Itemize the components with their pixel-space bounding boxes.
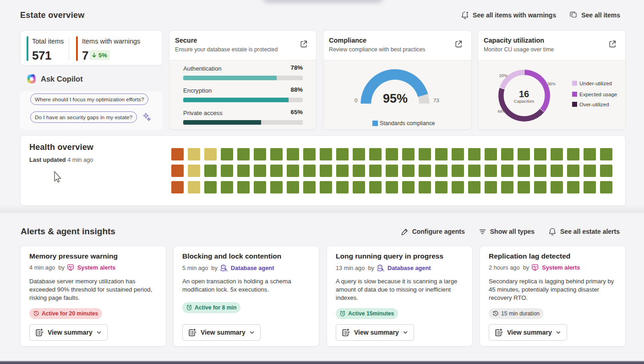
svg-text:Capacities: Capacities <box>514 99 535 104</box>
svg-text:36%: 36% <box>547 82 556 86</box>
svg-text:16: 16 <box>519 89 529 99</box>
svg-text:73: 73 <box>433 98 439 103</box>
svg-text:Standards compliance: Standards compliance <box>380 120 435 127</box>
svg-text:95%: 95% <box>383 92 408 105</box>
svg-text:Expected usage: Expected usage <box>579 92 617 97</box>
svg-text:Under-utilized: Under-utilized <box>579 81 612 86</box>
svg-text:44%: 44% <box>497 109 506 114</box>
svg-text:0: 0 <box>355 98 357 103</box>
svg-text:Over-utilized: Over-utilized <box>579 102 609 107</box>
svg-text:20%: 20% <box>499 73 508 78</box>
